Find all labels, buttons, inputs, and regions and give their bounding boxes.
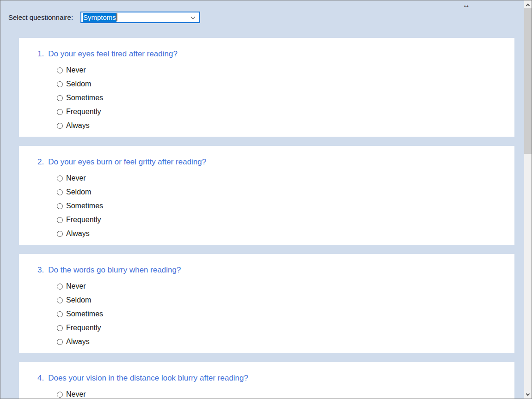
answer-option[interactable]: Frequently	[57, 213, 496, 227]
radio-button-icon[interactable]	[57, 392, 63, 398]
question-number: 3.	[37, 265, 44, 275]
radio-button-icon[interactable]	[57, 325, 63, 331]
question-number: 2.	[37, 157, 44, 167]
answer-option[interactable]: Never	[57, 279, 496, 293]
horizontal-resize-icon: ↔	[463, 0, 470, 10]
question-text: Do your eyes feel tired after reading?	[48, 49, 177, 59]
option-label: Never	[66, 174, 86, 182]
questionnaire-dropdown[interactable]: Symptoms	[80, 12, 200, 23]
radio-button-icon[interactable]	[57, 284, 63, 290]
radio-button-icon[interactable]	[57, 203, 63, 209]
option-label: Sometimes	[66, 94, 103, 102]
scroll-up-button[interactable]	[524, 0, 532, 8]
radio-button-icon[interactable]	[57, 339, 63, 345]
answer-option[interactable]: Sometimes	[57, 307, 496, 321]
question-text: Do your eyes burn or feel gritty after r…	[48, 157, 206, 167]
answer-option[interactable]: Always	[57, 335, 496, 349]
radio-button-icon[interactable]	[57, 109, 63, 115]
option-label: Always	[66, 121, 90, 130]
question-card: 2. Do your eyes burn or feel gritty afte…	[19, 146, 514, 245]
question-title: 1. Do your eyes feel tired after reading…	[37, 49, 496, 59]
radio-button-icon[interactable]	[57, 123, 63, 129]
question-title: 3. Do the words go blurry when reading?	[37, 265, 496, 275]
radio-button-icon[interactable]	[57, 311, 63, 317]
option-label: Seldom	[66, 80, 91, 88]
radio-button-icon[interactable]	[57, 189, 63, 195]
option-label: Sometimes	[66, 202, 103, 210]
question-number: 1.	[37, 49, 44, 59]
answer-options: Never Seldom Sometimes Frequently Always	[57, 387, 496, 399]
answer-option[interactable]: Never	[57, 63, 496, 77]
answer-options: Never Seldom Sometimes Frequently Always	[57, 63, 496, 133]
answer-option[interactable]: Sometimes	[57, 199, 496, 213]
radio-button-icon[interactable]	[57, 217, 63, 223]
question-number: 4.	[37, 373, 44, 383]
radio-button-icon[interactable]	[57, 175, 63, 181]
radio-button-icon[interactable]	[57, 95, 63, 101]
option-label: Frequently	[66, 108, 101, 116]
option-label: Frequently	[66, 216, 101, 224]
answer-option[interactable]: Frequently	[57, 321, 496, 335]
answer-option[interactable]: Never	[57, 171, 496, 185]
answer-option[interactable]: Seldom	[57, 293, 496, 307]
chevron-down-icon	[526, 392, 530, 395]
question-card: 3. Do the words go blurry when reading? …	[19, 254, 514, 353]
answer-option[interactable]: Frequently	[57, 105, 496, 119]
radio-button-icon[interactable]	[57, 231, 63, 237]
answer-option[interactable]: Always	[57, 227, 496, 241]
vertical-scrollbar[interactable]	[524, 0, 532, 399]
answer-option[interactable]: Always	[57, 119, 496, 133]
questions-list: 1. Do your eyes feel tired after reading…	[19, 38, 514, 399]
option-label: Never	[66, 282, 86, 290]
question-title: 2. Do your eyes burn or feel gritty afte…	[37, 157, 496, 167]
question-card: 1. Do your eyes feel tired after reading…	[19, 38, 514, 137]
option-label: Never	[66, 390, 86, 399]
dropdown-selected-value: Symptoms	[83, 13, 116, 22]
option-label: Seldom	[66, 296, 91, 304]
chevron-down-icon[interactable]	[191, 15, 196, 19]
question-text: Do the words go blurry when reading?	[48, 265, 181, 275]
option-label: Always	[66, 230, 90, 238]
radio-button-icon[interactable]	[57, 81, 63, 87]
radio-button-icon[interactable]	[57, 297, 63, 303]
selector-label: Select questionnaire:	[8, 13, 73, 21]
option-label: Frequently	[66, 324, 101, 332]
questionnaire-window: Select questionnaire: Symptoms ↔ 1. Do y…	[0, 0, 532, 399]
option-label: Seldom	[66, 188, 91, 196]
option-label: Sometimes	[66, 310, 103, 318]
answer-option[interactable]: Seldom	[57, 185, 496, 199]
answer-options: Never Seldom Sometimes Frequently Always	[57, 171, 496, 241]
answer-option[interactable]: Seldom	[57, 77, 496, 91]
chevron-up-icon	[526, 3, 530, 7]
answer-options: Never Seldom Sometimes Frequently Always	[57, 279, 496, 349]
scroll-down-button[interactable]	[524, 391, 532, 399]
question-title: 4. Does your vision in the distance look…	[37, 373, 496, 383]
option-label: Never	[66, 66, 86, 74]
radio-button-icon[interactable]	[57, 67, 63, 73]
option-label: Always	[66, 338, 90, 346]
answer-option[interactable]: Never	[57, 387, 496, 399]
text-caret	[116, 13, 117, 21]
question-card: 4. Does your vision in the distance look…	[19, 362, 514, 399]
answer-option[interactable]: Sometimes	[57, 91, 496, 105]
question-text: Does your vision in the distance look bl…	[48, 373, 248, 383]
scrollbar-thumb[interactable]	[524, 8, 532, 154]
